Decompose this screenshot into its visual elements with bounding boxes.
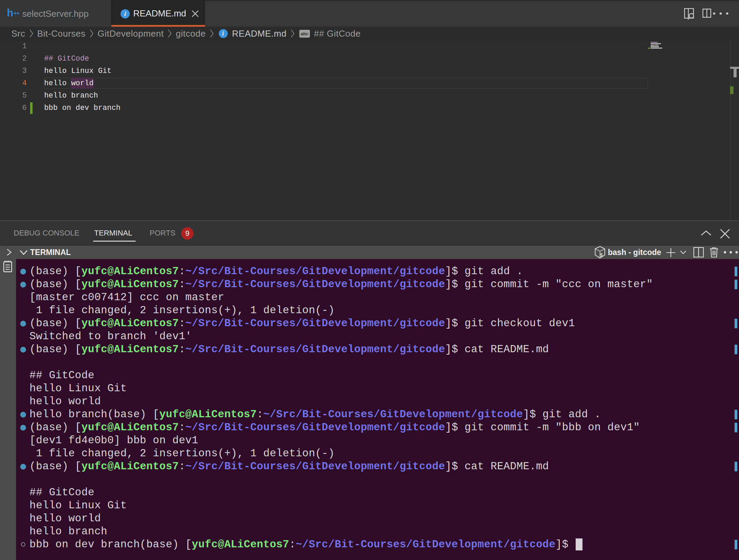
svg-text:$: $ — [600, 253, 603, 258]
